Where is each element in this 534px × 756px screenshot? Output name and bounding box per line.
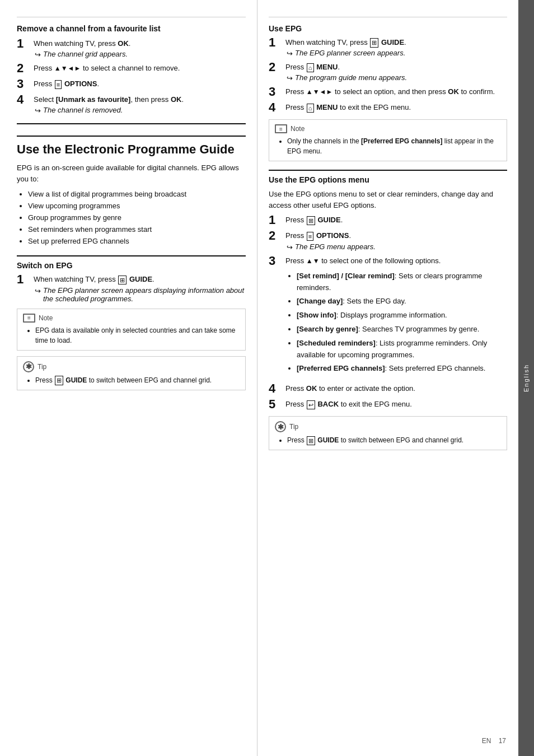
- epg-options-section: Use the EPG options menu Use the EPG opt…: [269, 170, 507, 450]
- epg-options-tip-header: ✱ Tip: [275, 421, 501, 432]
- guide-icon-tip-r: ⊞: [307, 436, 315, 445]
- epg-opt-search-genre: [Search by genre]: Searches TV programme…: [297, 324, 507, 335]
- footer-page-num: 17: [499, 737, 506, 745]
- epg-opt-step-2-text: The EPG menu appears.: [295, 242, 376, 251]
- remove-channel-section: Remove a channel from a favourite list 1…: [17, 17, 246, 115]
- step-1-arrow: ↪ The channel grid appears.: [35, 50, 246, 59]
- arrow-opt2: ↪: [287, 243, 293, 251]
- nav-arrows-icon: ▲▼◄►: [54, 64, 81, 72]
- use-epg-step-2-text: The program guide menu appears.: [295, 73, 407, 82]
- epg-opt-step-4-number: 4: [269, 382, 285, 395]
- step-2-number: 2: [17, 62, 34, 74]
- epg-bullet-1: View a list of digital programmes being …: [28, 189, 246, 200]
- epg-options-tip-box: ✱ Tip Press ⊞ GUIDE to switch between EP…: [269, 416, 507, 450]
- right-column: Use EPG 1 When watching TV, press ⊞ GUID…: [257, 0, 518, 756]
- epg-opt-step-1-number: 1: [269, 214, 285, 226]
- options-icon: ≡: [55, 80, 62, 89]
- tip-icon-r: ✱: [275, 421, 286, 432]
- page-footer: EN 17: [482, 737, 506, 745]
- epg-desc: EPG is an on-screen guide available for …: [17, 162, 246, 184]
- switch-step-1-number: 1: [17, 273, 34, 286]
- arrow-symbol-2: ↪: [35, 106, 41, 115]
- epg-opt-preferred: [Preferred EPG channels]: Sets preferred…: [297, 363, 507, 375]
- use-epg-step-4-number: 4: [269, 101, 285, 114]
- step-4-number: 4: [17, 94, 34, 106]
- menu-icon-r2: ⌂: [307, 63, 314, 72]
- step-4: 4 Select [Unmark as favourite], then pre…: [17, 95, 246, 115]
- epg-opt-step-3-number: 3: [269, 255, 285, 267]
- use-epg-step-3-number: 3: [269, 86, 285, 98]
- page: Remove a channel from a favourite list 1…: [0, 0, 534, 756]
- note-icon-r: ≡: [275, 124, 287, 133]
- arrow-r2: ↪: [287, 74, 293, 82]
- top-divider: [17, 17, 246, 17]
- use-epg-step-1-text: The EPG planner screen appears.: [295, 49, 405, 57]
- guide-icon-tip: ⊞: [55, 376, 63, 385]
- use-epg-title: Use EPG: [269, 24, 507, 33]
- use-epg-step-4: 4 Press ⌂ MENU to exit the EPG menu.: [269, 102, 507, 114]
- section-divider-2: [17, 255, 246, 256]
- epg-opt-step-5: 5 Press ↩ BACK to exit the EPG menu.: [269, 399, 507, 410]
- back-icon-opt5: ↩: [307, 400, 315, 409]
- tip-icon: ✱: [23, 361, 34, 372]
- switch-tip-header: ✱ Tip: [23, 361, 240, 372]
- epg-opt-step-3: 3 Press ▲▼ to select one of the followin…: [269, 256, 507, 380]
- epg-opt-step-2-arrow: ↪ The EPG menu appears.: [287, 242, 507, 251]
- step-1: 1 When watching TV, press OK. ↪ The chan…: [17, 39, 246, 59]
- step-1-arrow-text: The channel grid appears.: [43, 50, 128, 58]
- epg-section-title: Use the Electronic Programme Guide: [17, 136, 246, 157]
- use-epg-step-2-arrow: ↪ The program guide menu appears.: [287, 73, 507, 82]
- epg-opt-step-1-content: Press ⊞ GUIDE.: [285, 215, 507, 225]
- guide-icon-r1: ⊞: [370, 38, 378, 47]
- epg-options-title: Use the EPG options menu: [269, 175, 507, 184]
- use-epg-step-3: 3 Press ▲▼◄► to select an option, and th…: [269, 87, 507, 98]
- step-2-content: Press ▲▼◄► to select a channel to remove…: [34, 63, 246, 73]
- epg-opt-step-2-content: Press ≡ OPTIONS. ↪ The EPG menu appears.: [285, 231, 507, 251]
- epg-bullet-5: Set up preferred EPG channels: [28, 236, 246, 248]
- use-epg-step-1: 1 When watching TV, press ⊞ GUIDE. ↪ The…: [269, 38, 507, 58]
- step-4-arrow-text: The channel is removed.: [43, 106, 123, 114]
- use-epg-note-header: ≡ Note: [275, 124, 501, 133]
- epg-opt-step-5-content: Press ↩ BACK to exit the EPG menu.: [285, 399, 507, 409]
- remove-channel-title: Remove a channel from a favourite list: [17, 24, 246, 33]
- ok-label: OK: [171, 95, 182, 104]
- guide-label-tip-r: GUIDE: [317, 436, 339, 444]
- switch-on-epg-section: Switch on EPG 1 When watching TV, press …: [17, 255, 246, 390]
- switch-tip-box: ✱ Tip Press ⊞ GUIDE to switch between EP…: [17, 356, 246, 390]
- use-epg-step-1-number: 1: [269, 36, 285, 49]
- arrow-symbol-3: ↪: [35, 287, 41, 295]
- switch-tip-item-1: Press ⊞ GUIDE to switch between EPG and …: [35, 375, 240, 385]
- switch-step-1-content: When watching TV, press ⊞ GUIDE. ↪ The E…: [34, 274, 246, 302]
- epg-bullet-2: View upcoming programmes: [28, 200, 246, 212]
- nav-arrows-r3: ▲▼◄►: [306, 88, 333, 96]
- unmark-label: [Unmark as favourite]: [56, 95, 131, 104]
- switch-step-1-arrow: ↪ The EPG planner screen appears display…: [35, 286, 246, 303]
- switch-on-epg-title: Switch on EPG: [17, 261, 246, 270]
- note-icon: ≡: [23, 314, 35, 323]
- epg-options-divider: [269, 170, 507, 171]
- epg-opt-step-5-number: 5: [269, 398, 285, 410]
- right-top-divider: [269, 17, 507, 17]
- guide-label: GUIDE: [129, 275, 152, 283]
- guide-bold-r1: GUIDE: [381, 38, 404, 46]
- use-epg-step-1-arrow: ↪ The EPG planner screen appears.: [287, 49, 507, 58]
- epg-bullet-3: Group programmes by genre: [28, 212, 246, 224]
- guide-label-tip: GUIDE: [65, 376, 87, 384]
- epg-options-tip-list: Press ⊞ GUIDE to switch between EPG and …: [275, 435, 501, 445]
- nav-arrows-opt3: ▲▼: [306, 257, 320, 265]
- epg-opt-set-remind: [Set remind] / [Clear remind]: Sets or c…: [297, 270, 507, 294]
- step-1-content: When watching TV, press OK. ↪ The channe…: [34, 39, 246, 59]
- main-content: Remove a channel from a favourite list 1…: [0, 0, 534, 756]
- epg-opt-step-3-content: Press ▲▼ to select one of the following …: [285, 256, 507, 380]
- epg-bullets: View a list of digital programmes being …: [17, 189, 246, 247]
- guide-bold-opt1: GUIDE: [317, 216, 340, 224]
- switch-note-box: ≡ Note EPG data is available only in sel…: [17, 309, 246, 351]
- use-epg-section: Use EPG 1 When watching TV, press ⊞ GUID…: [269, 17, 507, 161]
- footer-lang: EN: [482, 737, 491, 745]
- ok-opt4: OK: [306, 384, 317, 393]
- left-column: Remove a channel from a favourite list 1…: [0, 0, 257, 756]
- epg-intro-section: Use the Electronic Programme Guide EPG i…: [17, 123, 246, 247]
- epg-options-tip-item-1: Press ⊞ GUIDE to switch between EPG and …: [287, 435, 501, 445]
- switch-step-1-arrow-text: The EPG planner screen appears displayin…: [43, 286, 246, 303]
- use-epg-step-2-content: Press ⌂ MENU. ↪ The program guide menu a…: [285, 62, 507, 82]
